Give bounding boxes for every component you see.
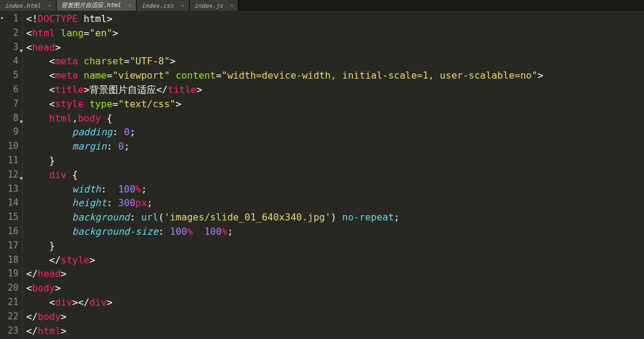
- token: html: [32, 27, 55, 39]
- minimap[interactable]: [638, 11, 644, 339]
- token: =: [113, 98, 119, 110]
- token: </: [26, 311, 38, 322]
- token: 0: [124, 126, 130, 138]
- code-line[interactable]: height: 300px;: [26, 196, 638, 210]
- token: >: [55, 42, 61, 53]
- code-line[interactable]: padding: 0;: [26, 125, 638, 139]
- token: :: [159, 226, 170, 237]
- token: %: [187, 226, 193, 237]
- token: "width=device-width, initial-scale=1, us…: [222, 70, 538, 81]
- line-number: 1: [6, 12, 18, 26]
- token: no-repeat: [342, 212, 394, 223]
- token: "UTF-8": [129, 55, 169, 67]
- fold-icon[interactable]: ▼: [20, 115, 23, 129]
- line-number: 8▼: [6, 111, 18, 126]
- code-line[interactable]: background: url('images/slide_01_640x340…: [26, 210, 638, 225]
- code-line[interactable]: background-size: 100% 100%;: [26, 225, 638, 239]
- line-number: 20: [6, 281, 18, 296]
- code-line[interactable]: <style type="text/css">: [26, 97, 638, 111]
- token: html: [38, 325, 61, 337]
- tab-1[interactable]: 背景图片自适应.html×: [57, 0, 137, 11]
- token: >: [537, 70, 543, 81]
- token: head: [32, 42, 55, 53]
- fold-icon[interactable]: ▼: [20, 44, 23, 58]
- token: ;: [394, 212, 400, 223]
- line-number: 23: [6, 324, 18, 338]
- token: div: [89, 297, 107, 308]
- tab-label: index.html: [5, 2, 41, 9]
- code-line[interactable]: }: [26, 154, 638, 168]
- token: =: [124, 55, 130, 67]
- code-line[interactable]: <html lang="en">: [26, 26, 638, 41]
- line-number: 3▼: [6, 41, 18, 55]
- token: body: [38, 311, 61, 322]
- line-number: 21: [6, 296, 18, 310]
- line-number: 12▼: [6, 168, 18, 182]
- line-number: 4: [6, 54, 18, 69]
- token: :: [101, 184, 118, 195]
- tab-0[interactable]: index.html×: [0, 0, 57, 11]
- close-icon[interactable]: ×: [230, 2, 233, 8]
- token: ;: [227, 226, 233, 237]
- line-number-gutter: 123▼45678▼9101112▼1314151617181920212223: [5, 11, 23, 339]
- token: >: [175, 98, 181, 110]
- code-line[interactable]: <meta name="viewport" content="width=dev…: [26, 69, 638, 83]
- token: }: [49, 155, 55, 166]
- token: >: [61, 268, 67, 279]
- gutter-chevron[interactable]: ▸: [0, 11, 5, 339]
- code-line[interactable]: </body>: [26, 310, 638, 324]
- code-line[interactable]: </head>: [26, 267, 638, 281]
- tab-3[interactable]: index.js×: [190, 0, 239, 11]
- token: >: [55, 282, 61, 294]
- token: </: [49, 254, 61, 266]
- token: :: [107, 197, 118, 209]
- token: :: [129, 212, 141, 223]
- token: <!: [26, 13, 38, 24]
- code-line[interactable]: <meta charset="UTF-8">: [26, 54, 638, 69]
- code-line[interactable]: <body>: [26, 281, 638, 296]
- token: <: [26, 42, 32, 53]
- line-number: 17: [6, 239, 18, 253]
- token: meta: [55, 70, 78, 81]
- line-number: 14: [6, 196, 18, 210]
- close-icon[interactable]: ×: [128, 2, 131, 8]
- code-line[interactable]: <head>: [26, 41, 638, 55]
- code-line[interactable]: div {: [26, 168, 638, 182]
- token: width: [72, 184, 101, 195]
- code-line[interactable]: <div></div>: [26, 296, 638, 310]
- code-line[interactable]: <!DOCTYPE html>: [26, 12, 638, 26]
- token: style: [55, 98, 83, 110]
- code-line[interactable]: }: [26, 239, 638, 253]
- token: >: [107, 13, 113, 24]
- line-number: 10: [6, 139, 18, 154]
- code-line[interactable]: </html>: [26, 324, 638, 338]
- close-icon[interactable]: ×: [48, 2, 51, 8]
- token: (: [159, 212, 165, 223]
- tabbar-spacer: [239, 0, 644, 11]
- token: ></: [72, 297, 89, 308]
- code-line[interactable]: width: 100%;: [26, 182, 638, 197]
- token: title: [55, 84, 83, 95]
- token: =: [83, 27, 89, 39]
- token: ,: [72, 113, 78, 124]
- token: <: [26, 282, 32, 294]
- code-area[interactable]: <!DOCTYPE html><html lang="en"><head> <m…: [23, 11, 638, 339]
- token: <: [49, 98, 55, 110]
- close-icon[interactable]: ×: [181, 2, 184, 8]
- token: charset: [83, 55, 123, 67]
- code-line[interactable]: </style>: [26, 253, 638, 268]
- token: >: [89, 254, 95, 266]
- token: [83, 98, 89, 110]
- fold-icon[interactable]: ▼: [20, 172, 23, 186]
- token: name: [83, 70, 107, 81]
- token: >: [196, 84, 202, 95]
- token: [78, 55, 84, 67]
- token: >: [61, 311, 67, 322]
- token: 100: [205, 226, 222, 237]
- tab-2[interactable]: index.css×: [137, 0, 190, 11]
- code-line[interactable]: margin: 0;: [26, 139, 638, 154]
- token: background-size: [72, 226, 159, 237]
- token: 0: [118, 141, 124, 152]
- code-line[interactable]: html,body {: [26, 111, 638, 126]
- code-line[interactable]: <title>背景图片自适应</title>: [26, 83, 638, 97]
